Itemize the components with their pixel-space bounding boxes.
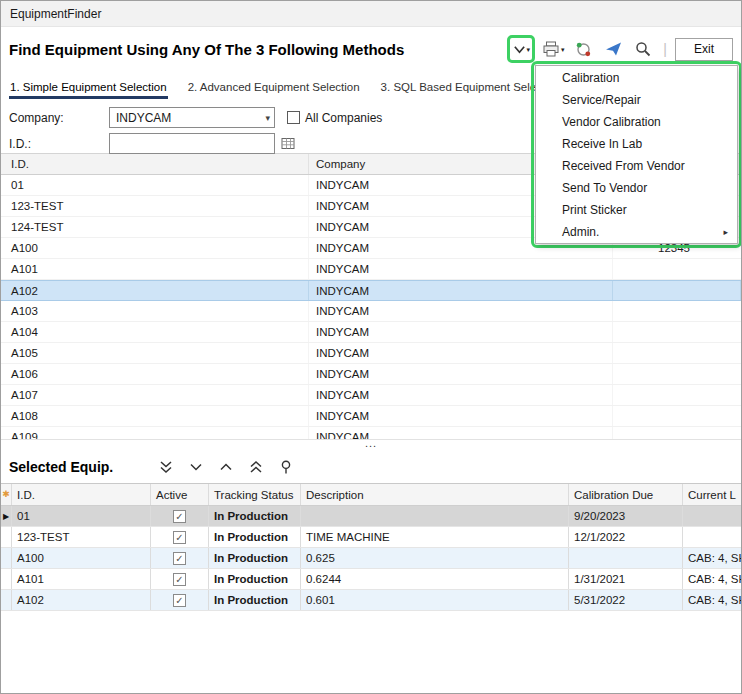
menu-item-vendor-calibration[interactable]: Vendor Calibration [536,111,737,133]
active-checkbox[interactable]: ✓ [173,510,186,523]
menu-item-label: Calibration [562,71,619,85]
column-header-description[interactable]: Description [301,484,569,505]
all-companies-checkbox[interactable] [287,111,300,124]
cell-description: 0.601 [301,590,569,610]
row-selector-cell: ▶ [1,506,12,526]
equipment-row[interactable]: A102INDYCAM [1,280,741,301]
selected-equipment-row[interactable]: 123-TEST✓In ProductionTIME MACHINE12/1/2… [1,527,741,548]
printer-icon [542,41,560,57]
cell-current-location: CAB: 4, SH [683,548,741,568]
tab-advanced-equipment-selection[interactable]: 2. Advanced Equipment Selection [187,81,361,99]
cell-tracking-status: In Production [209,548,301,568]
tab-simple-equipment-selection[interactable]: 1. Simple Equipment Selection [9,81,168,99]
equipment-row[interactable]: A101INDYCAM [1,259,741,280]
cell-company: INDYCAM [309,343,613,363]
column-header-active[interactable]: Active [151,484,209,505]
submenu-arrow-icon: ▸ [723,227,728,237]
send-button[interactable] [601,37,625,61]
cell-extra [613,259,741,279]
chevron-down-icon [513,43,526,56]
double-chevron-down-icon [158,459,174,475]
cell-active: ✓ [151,527,209,547]
menu-item-send-to-vendor[interactable]: Send To Vendor [536,177,737,199]
cell-id: A103 [1,301,309,321]
cell-id: A105 [1,343,309,363]
column-header-id[interactable]: I.D. [12,484,151,505]
cell-id: A109 [1,427,309,439]
toolbar: ▾ ▾ [507,35,733,63]
selected-equipment-row[interactable]: A100✓In Production0.625CAB: 4, SH [1,548,741,569]
selected-table-header: ✱ I.D. Active Tracking Status Descriptio… [1,484,741,506]
equipment-row[interactable]: A107INDYCAM [1,385,741,406]
status-dots-button[interactable] [571,37,595,61]
id-input[interactable] [109,133,275,154]
menu-item-admin[interactable]: Admin.▸ [536,221,737,243]
cell-company: INDYCAM [309,322,613,342]
equipment-row[interactable]: A106INDYCAM [1,364,741,385]
window-title: EquipmentFinder [10,7,101,21]
column-header-calibration-due[interactable]: Calibration Due [569,484,683,505]
column-header-id[interactable]: I.D. [1,154,309,174]
menu-item-label: Receive In Lab [562,137,642,151]
menu-item-label: Send To Vendor [562,181,647,195]
selected-equipment-row[interactable]: ▶01✓In Production9/20/2023 [1,506,741,527]
cell-extra [613,385,741,405]
cell-current-location [683,506,741,526]
active-checkbox[interactable]: ✓ [173,594,186,607]
cell-current-location: CAB: 4, SH [683,590,741,610]
menu-item-service-repair[interactable]: Service/Repair [536,89,737,111]
search-button[interactable] [631,37,655,61]
active-checkbox[interactable]: ✓ [173,573,186,586]
chevron-up-icon [218,459,234,475]
status-dots-icon [575,41,592,58]
cell-active: ✓ [151,548,209,568]
cell-calibration-due: 1/31/2021 [569,569,683,589]
menu-item-received-from-vendor[interactable]: Received From Vendor [536,155,737,177]
cell-company: INDYCAM [309,364,613,384]
move-all-up-button[interactable] [245,456,267,478]
equipment-row[interactable]: A103INDYCAM [1,301,741,322]
active-checkbox[interactable]: ✓ [173,531,186,544]
cell-current-location: CAB: 4, SH [683,569,741,589]
menu-item-receive-in-lab[interactable]: Receive In Lab [536,133,737,155]
combo-chevron-down-icon: ▾ [265,113,270,123]
print-button[interactable]: ▾ [541,37,565,61]
toolbar-separator: | [661,41,669,57]
actions-dropdown-button[interactable]: ▾ [510,38,532,60]
cell-company: INDYCAM [309,259,613,279]
selected-equipment-row[interactable]: A102✓In Production0.6015/31/2022CAB: 4, … [1,590,741,611]
horizontal-scrollbar[interactable]: ... [1,439,741,451]
column-header-tracking-status[interactable]: Tracking Status [209,484,301,505]
all-companies-label: All Companies [305,111,382,125]
cell-id: 123-TEST [12,527,151,547]
company-select[interactable]: INDYCAM ▾ [109,107,275,128]
location-pin-button[interactable] [275,456,297,478]
company-label: Company: [9,111,109,125]
active-checkbox[interactable]: ✓ [173,552,186,565]
selected-equipment-row[interactable]: A101✓In Production0.62441/31/2021CAB: 4,… [1,569,741,590]
cell-id: A108 [1,406,309,426]
cell-extra [613,406,741,426]
cell-extra [613,301,741,321]
column-header-current-location[interactable]: Current L [683,484,741,505]
id-label: I.D.: [9,137,109,151]
equipment-row[interactable]: A108INDYCAM [1,406,741,427]
equipment-row[interactable]: A104INDYCAM [1,322,741,343]
cell-id: 01 [12,506,151,526]
app-window: EquipmentFinder Find Equipment Using Any… [0,0,742,694]
paper-plane-icon [605,41,622,57]
cell-tracking-status: In Production [209,590,301,610]
location-pin-icon [278,459,294,475]
cell-company: INDYCAM [309,281,613,300]
cell-id: A101 [12,569,151,589]
move-up-button[interactable] [215,456,237,478]
menu-item-print-sticker[interactable]: Print Sticker [536,199,737,221]
equipment-row[interactable]: A105INDYCAM [1,343,741,364]
menu-item-label: Admin. [562,225,599,239]
lookup-grid-icon[interactable] [281,137,295,150]
menu-item-calibration[interactable]: Calibration [536,67,737,89]
move-down-button[interactable] [185,456,207,478]
move-all-down-button[interactable] [155,456,177,478]
cell-id: A102 [12,590,151,610]
exit-button[interactable]: Exit [675,38,733,61]
